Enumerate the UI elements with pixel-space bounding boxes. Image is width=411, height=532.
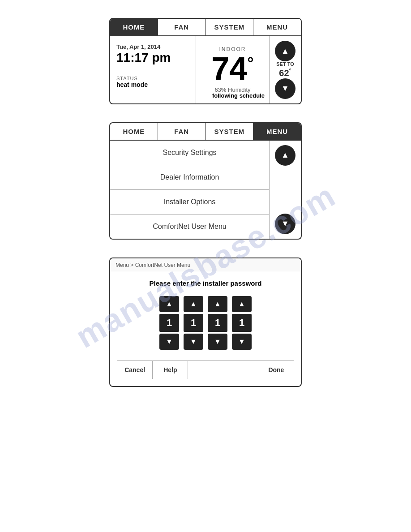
menu-up-button[interactable]: ▲ bbox=[275, 145, 295, 166]
menu-down-button[interactable]: ▼ bbox=[275, 214, 295, 234]
security-settings-button[interactable]: Security Settings bbox=[110, 141, 269, 165]
menu-items-list: Security Settings Dealer Information Ins… bbox=[110, 141, 270, 239]
tab-bar-home: HOME FAN SYSTEM MENU bbox=[110, 19, 301, 36]
home-screen: HOME FAN SYSTEM MENU Tue, Apr 1, 2014 11… bbox=[109, 18, 302, 104]
comfortnet-user-menu-button[interactable]: ComfortNet User Menu bbox=[110, 215, 269, 239]
digit-col-4: ▲ 1 ▼ bbox=[232, 296, 252, 350]
digit2-down-button[interactable]: ▼ bbox=[184, 334, 203, 350]
status-section: STATUS heat mode bbox=[116, 76, 189, 88]
status-label: STATUS bbox=[116, 76, 189, 81]
set-to-section: SET TO 62° bbox=[276, 61, 294, 78]
done-button[interactable]: Done bbox=[259, 361, 294, 379]
digit1-value: 1 bbox=[159, 314, 179, 332]
tab-system-home[interactable]: SYSTEM bbox=[206, 19, 254, 35]
password-body: Please enter the installer password ▲ 1 … bbox=[110, 272, 301, 386]
home-main: Tue, Apr 1, 2014 11:17 pm STATUS heat mo… bbox=[110, 36, 196, 103]
digit4-up-button[interactable]: ▲ bbox=[232, 296, 252, 312]
time-display: 11:17 pm bbox=[116, 51, 189, 65]
password-screen: Menu > ComfortNet User Menu Please enter… bbox=[109, 257, 302, 387]
breadcrumb: Menu > ComfortNet User Menu bbox=[110, 258, 301, 272]
password-actions: Cancel Help Done bbox=[117, 360, 294, 379]
tab-home[interactable]: HOME bbox=[110, 19, 158, 35]
temperature-display: 74° bbox=[211, 52, 254, 85]
home-right-controls: ▲ SET TO 62° ▼ bbox=[270, 36, 301, 103]
set-to-label: SET TO bbox=[276, 61, 294, 67]
digit2-up-button[interactable]: ▲ bbox=[184, 296, 203, 312]
up-arrows-row: ▲ 1 ▼ ▲ 1 ▼ ▲ 1 ▼ ▲ 1 ▼ bbox=[159, 296, 252, 350]
temp-up-button[interactable]: ▲ bbox=[275, 41, 295, 61]
digit4-value: 1 bbox=[232, 314, 252, 332]
screens-container: HOME FAN SYSTEM MENU Tue, Apr 1, 2014 11… bbox=[0, 0, 411, 405]
digit-col-3: ▲ 1 ▼ bbox=[208, 296, 227, 350]
menu-body: Security Settings Dealer Information Ins… bbox=[110, 141, 301, 239]
digit-col-2: ▲ 1 ▼ bbox=[184, 296, 203, 350]
cancel-button[interactable]: Cancel bbox=[117, 361, 153, 379]
home-center: INDOOR 74° 63% Humidity following schedu… bbox=[196, 36, 270, 103]
tab-menu-home[interactable]: MENU bbox=[253, 19, 301, 35]
digit1-up-button[interactable]: ▲ bbox=[159, 296, 179, 312]
digit3-up-button[interactable]: ▲ bbox=[208, 296, 227, 312]
menu-screen: HOME FAN SYSTEM MENU Security Settings D… bbox=[109, 122, 302, 240]
digit1-down-button[interactable]: ▼ bbox=[159, 334, 179, 350]
tab-menu-active[interactable]: MENU bbox=[253, 123, 301, 140]
status-value: heat mode bbox=[116, 81, 189, 88]
date-display: Tue, Apr 1, 2014 bbox=[116, 43, 189, 50]
following-schedule: following schedule bbox=[212, 92, 265, 99]
tab-system-menu[interactable]: SYSTEM bbox=[206, 123, 254, 140]
digit3-down-button[interactable]: ▼ bbox=[208, 334, 227, 350]
home-body: Tue, Apr 1, 2014 11:17 pm STATUS heat mo… bbox=[110, 36, 301, 103]
digit2-value: 1 bbox=[184, 314, 203, 332]
digit3-value: 1 bbox=[208, 314, 227, 332]
tab-fan-menu[interactable]: FAN bbox=[158, 123, 206, 140]
tab-home-menu[interactable]: HOME bbox=[110, 123, 158, 140]
password-prompt: Please enter the installer password bbox=[150, 279, 262, 287]
dealer-information-button[interactable]: Dealer Information bbox=[110, 165, 269, 190]
tab-bar-menu: HOME FAN SYSTEM MENU bbox=[110, 123, 301, 141]
installer-options-button[interactable]: Installer Options bbox=[110, 190, 269, 215]
set-to-temp: 62° bbox=[276, 67, 294, 78]
digit-col-1: ▲ 1 ▼ bbox=[159, 296, 179, 350]
menu-right-controls: ▲ ▼ bbox=[270, 141, 301, 239]
tab-fan-home[interactable]: FAN bbox=[158, 19, 206, 35]
digit4-down-button[interactable]: ▼ bbox=[232, 334, 252, 350]
temp-down-button[interactable]: ▼ bbox=[275, 78, 295, 99]
help-button[interactable]: Help bbox=[153, 361, 188, 379]
